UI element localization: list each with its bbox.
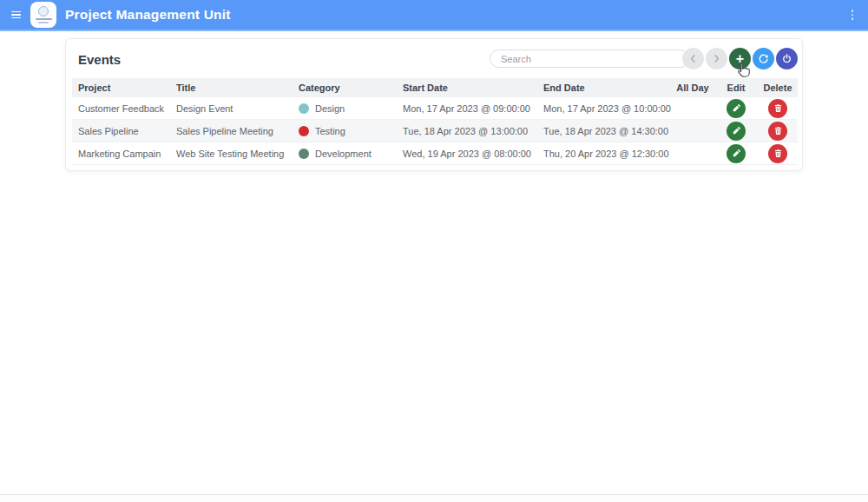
- column-header-delete: Delete: [763, 83, 792, 93]
- refresh-button[interactable]: [753, 48, 774, 69]
- category-label: Development: [315, 149, 372, 159]
- column-header-project: Project: [72, 83, 176, 93]
- column-header-edit: Edit: [727, 83, 746, 93]
- project-cell: Customer Feedback: [72, 103, 176, 114]
- events-table: Project Title Category Start Date End Da…: [72, 78, 798, 165]
- column-header-end-date: End Date: [543, 83, 671, 93]
- table-row: Sales Pipeline Sales Pipeline Meeting Te…: [72, 120, 798, 142]
- logo-globe-icon: [38, 6, 49, 17]
- end-date-cell: Tue, 18 Apr 2023 @ 14:30:00: [543, 126, 671, 136]
- power-icon: [781, 53, 792, 64]
- chevron-left-icon: [688, 54, 698, 63]
- category-dot-icon: [299, 103, 309, 114]
- power-button[interactable]: [776, 48, 798, 69]
- events-card: Events + Project Title Category: [65, 38, 803, 171]
- events-toolbar: +: [682, 48, 798, 69]
- previous-button[interactable]: [682, 48, 704, 69]
- pencil-icon: [732, 126, 741, 135]
- hamburger-menu-icon[interactable]: [4, 3, 27, 26]
- trash-icon: [773, 126, 783, 135]
- top-navbar: Project Management Unit: [0, 0, 868, 31]
- category-label: Testing: [315, 126, 345, 136]
- footer-divider: [0, 494, 868, 502]
- edit-button[interactable]: [727, 122, 746, 141]
- pencil-icon: [732, 103, 741, 113]
- column-header-title: Title: [176, 83, 299, 93]
- add-event-button[interactable]: +: [729, 48, 751, 69]
- edit-button[interactable]: [727, 99, 746, 118]
- end-date-cell: Thu, 20 Apr 2023 @ 12:30:00: [543, 149, 671, 159]
- trash-icon: [773, 149, 783, 158]
- end-date-cell: Mon, 17 Apr 2023 @ 10:00:00: [543, 103, 671, 114]
- column-header-category: Category: [299, 83, 403, 93]
- pencil-icon: [732, 149, 741, 158]
- project-cell: Sales Pipeline: [72, 126, 176, 136]
- start-date-cell: Tue, 18 Apr 2023 @ 13:00:00: [403, 126, 543, 136]
- table-header-row: Project Title Category Start Date End Da…: [72, 78, 798, 97]
- kebab-menu-icon[interactable]: [848, 6, 858, 23]
- column-header-start-date: Start Date: [403, 83, 543, 93]
- title-cell: Sales Pipeline Meeting: [176, 126, 299, 136]
- delete-button[interactable]: [768, 99, 787, 118]
- app-title: Project Management Unit: [65, 7, 231, 23]
- start-date-cell: Mon, 17 Apr 2023 @ 09:00:00: [403, 103, 543, 114]
- chevron-right-icon: [712, 54, 721, 63]
- title-cell: Design Event: [176, 103, 299, 114]
- table-row: Marketing Campain Web Site Testing Meeti…: [72, 142, 798, 165]
- page-title: Events: [78, 52, 121, 67]
- start-date-cell: Wed, 19 Apr 2023 @ 08:00:00: [403, 149, 543, 159]
- trash-icon: [773, 103, 783, 113]
- app-logo: [30, 2, 56, 28]
- delete-button[interactable]: [768, 144, 787, 163]
- refresh-icon: [758, 53, 769, 64]
- table-row: Customer Feedback Design Event Design Mo…: [72, 97, 798, 120]
- category-label: Design: [315, 103, 345, 114]
- category-dot-icon: [299, 149, 309, 159]
- category-dot-icon: [299, 126, 309, 136]
- category-cell: Testing: [299, 126, 403, 136]
- column-header-all-day: All Day: [676, 83, 708, 93]
- search-input[interactable]: [490, 50, 689, 68]
- project-cell: Marketing Campain: [72, 149, 176, 159]
- edit-button[interactable]: [727, 144, 746, 163]
- next-button[interactable]: [706, 48, 727, 69]
- category-cell: Development: [299, 149, 403, 159]
- category-cell: Design: [299, 103, 403, 114]
- delete-button[interactable]: [768, 122, 787, 141]
- title-cell: Web Site Testing Meeting: [176, 149, 299, 159]
